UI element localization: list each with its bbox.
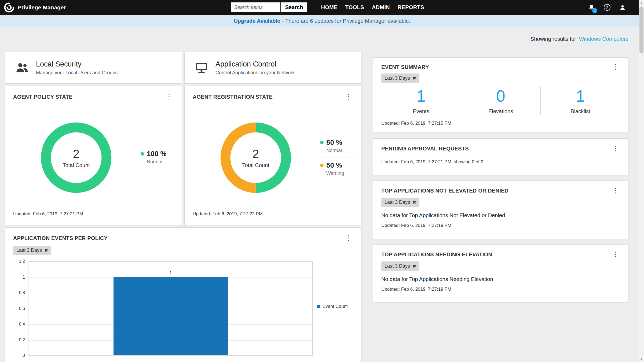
filter-tag: Last 3 Days ✖ [381, 198, 419, 207]
top-needing-elevation-title: TOP APPLICATIONS NEEDING ELEVATION [381, 252, 492, 258]
stat-elevations-label: Elevations [461, 108, 540, 114]
agent-registration-legend: 50 % Normal 50 % Warning [320, 138, 355, 177]
application-events-menu-icon[interactable]: ⋮ [344, 235, 353, 241]
search-bar: Search [231, 2, 307, 12]
monitor-icon [195, 61, 208, 75]
agent-policy-legend: 100 % Normal [141, 150, 167, 166]
pending-approvals-card: PENDING APPROVAL REQUESTS ⋮ Updated: Feb… [373, 138, 628, 175]
agent-policy-updated: Updated: Feb 6, 2019, 7:27:21 PM [13, 211, 83, 217]
top-navbar: Privilege Manager Search HOME TOOLS ADMI… [0, 0, 644, 15]
filter-tag-close-icon[interactable]: ✖ [413, 76, 416, 80]
top-needing-elevation-updated: Updated: Feb 6, 2019, 7:27:19 PM [381, 287, 620, 292]
legend-series-name: Event Count [323, 304, 348, 309]
stat-blacklist-value: 1 [541, 87, 620, 105]
application-events-title: APPLICATION EVENTS PER POLICY [13, 235, 108, 241]
legend-dot-normal [141, 152, 144, 156]
filter-tag-close-icon[interactable]: ✖ [45, 248, 48, 252]
filter-tag-label: Last 3 Days [385, 200, 410, 205]
agent-registration-menu-icon[interactable]: ⋮ [344, 94, 353, 99]
agent-policy-menu-icon[interactable]: ⋮ [164, 94, 174, 99]
local-security-title: Local Security [36, 60, 118, 68]
stat-elevations[interactable]: 0 Elevations [461, 87, 540, 114]
local-security-subtitle: Manage your Local Users and Groups [36, 70, 118, 76]
legend-label: Normal [147, 159, 167, 165]
filter-tag-label: Last 3 Days [385, 75, 410, 81]
user-account-icon[interactable] [619, 4, 626, 11]
local-security-card[interactable]: Local Security Manage your Local Users a… [5, 52, 182, 84]
agent-registration-total-label: Total Count [242, 162, 269, 168]
y-tick-label: 0.4 [13, 322, 25, 327]
agent-policy-total-label: Total Count [63, 162, 90, 168]
search-input[interactable] [231, 2, 280, 12]
filter-tag: Last 3 Days ✖ [13, 246, 51, 255]
legend-label: Warning [326, 171, 355, 176]
filter-tag: Last 3 Days ✖ [381, 261, 419, 271]
results-scope-bar: Showing results for Windows Computers [0, 27, 644, 42]
event-summary-title: EVENT SUMMARY [381, 64, 429, 70]
agent-registration-title: AGENT REGISTRATION STATE [193, 94, 273, 100]
upgrade-available-link[interactable]: Upgrade Available [234, 18, 280, 24]
event-summary-menu-icon[interactable]: ⋮ [611, 64, 620, 69]
agent-policy-total: 2 [73, 147, 79, 161]
agent-policy-donut-chart: 2 Total Count [40, 121, 112, 194]
application-events-card: APPLICATION EVENTS PER POLICY ⋮ Last 3 D… [5, 227, 361, 362]
alerts-bell-icon[interactable]: 1 [588, 4, 595, 11]
results-scope-prefix: Showing results for [530, 36, 576, 42]
agent-policy-title: AGENT POLICY STATE [13, 94, 72, 100]
stat-blacklist[interactable]: 1 Blacklist [541, 87, 620, 114]
stat-blacklist-label: Blacklist [541, 108, 620, 114]
bar-value-label: 1 [170, 271, 172, 275]
primary-nav: HOME TOOLS ADMIN REPORTS [321, 4, 424, 10]
scroll-down-button[interactable]: ▼ [639, 356, 644, 362]
stat-events-value: 1 [381, 87, 461, 105]
top-not-elevated-menu-icon[interactable]: ⋮ [611, 188, 620, 193]
filter-tag-close-icon[interactable]: ✖ [413, 264, 416, 268]
search-button[interactable]: Search [281, 2, 307, 12]
legend-dot-normal [320, 141, 324, 144]
nav-link-home[interactable]: HOME [321, 4, 337, 10]
agent-registration-state-card: AGENT REGISTRATION STATE ⋮ 2 Total Count [184, 86, 361, 225]
windows-computers-link[interactable]: Windows Computers [579, 36, 628, 42]
scrollbar-thumb[interactable] [639, 6, 643, 53]
event-count-bar [114, 277, 228, 356]
event-summary-stats: 1 Events 0 Elevations 1 Blacklist [381, 87, 620, 115]
stat-events[interactable]: 1 Events [381, 87, 461, 114]
pending-approvals-title: PENDING APPROVAL REQUESTS [381, 146, 469, 152]
help-icon[interactable]: ? [603, 4, 611, 11]
feature-row: Local Security Manage your Local Users a… [5, 52, 361, 84]
page-scrollbar[interactable]: ▲ ▼ [639, 0, 644, 362]
application-control-card[interactable]: Application Control Control Applications… [184, 52, 361, 84]
dashboard-main: Local Security Manage your Local Users a… [0, 42, 644, 362]
nav-icons: 1 ? [588, 4, 626, 11]
app-logo-icon[interactable] [4, 2, 14, 13]
stat-events-label: Events [381, 108, 461, 114]
stat-elevations-value: 0 [461, 87, 540, 105]
legend-value: 50 % [326, 161, 342, 169]
legend-value: 50 % [326, 138, 342, 147]
pending-approvals-menu-icon[interactable]: ⋮ [611, 146, 620, 151]
legend-value: 100 % [147, 150, 167, 158]
y-tick-label: 0.6 [13, 306, 25, 311]
top-not-elevated-card: TOP APPLICATIONS NOT ELEVATED OR DENIED … [373, 180, 628, 239]
upgrade-banner-message: - There are 6 updates for Privilege Mana… [282, 18, 410, 24]
event-summary-card: EVENT SUMMARY ⋮ Last 3 Days ✖ 1 Events 0… [373, 57, 628, 132]
nav-link-tools[interactable]: TOOLS [345, 4, 364, 10]
legend-swatch [317, 305, 320, 308]
agent-policy-state-card: AGENT POLICY STATE ⋮ 2 Total Count [5, 86, 182, 225]
nav-link-admin[interactable]: ADMIN [372, 4, 390, 10]
nav-link-reports[interactable]: REPORTS [398, 4, 424, 10]
filter-tag-label: Last 3 Days [385, 263, 410, 269]
app-title: Privilege Manager [18, 4, 66, 11]
filter-tag-close-icon[interactable]: ✖ [413, 200, 416, 204]
y-tick-label: 0.8 [13, 290, 25, 295]
scroll-up-button[interactable]: ▲ [639, 0, 644, 6]
y-tick-label: 0.2 [13, 338, 25, 342]
top-not-elevated-updated: Updated: Feb 6, 2019, 7:27:19 PM [381, 223, 620, 228]
agent-registration-total: 2 [253, 147, 259, 161]
top-needing-elevation-menu-icon[interactable]: ⋮ [611, 252, 620, 257]
right-column: EVENT SUMMARY ⋮ Last 3 Days ✖ 1 Events 0… [373, 57, 628, 308]
y-tick-label: 0 [13, 353, 25, 358]
event-summary-updated: Updated: Feb 6, 2019, 7:27:15 PM [381, 121, 620, 126]
legend-divider [320, 157, 355, 157]
top-not-elevated-title: TOP APPLICATIONS NOT ELEVATED OR DENIED [381, 188, 508, 194]
